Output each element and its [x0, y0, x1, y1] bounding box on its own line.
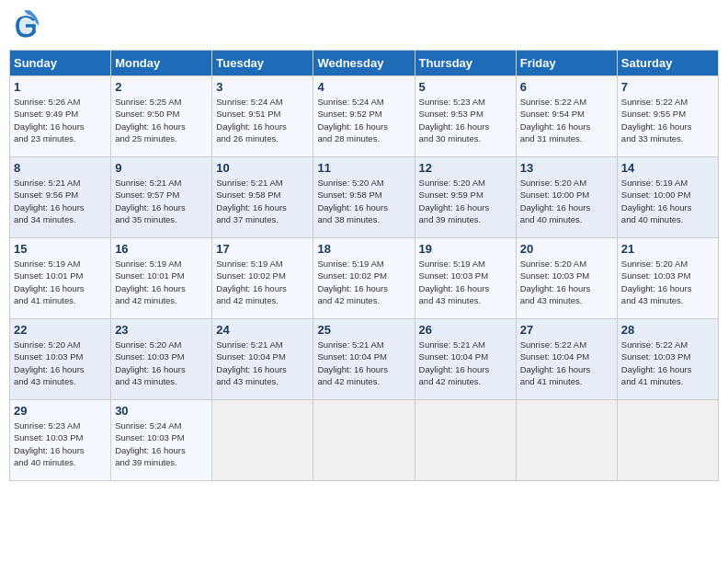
day-info: Sunrise: 5:21 AMSunset: 10:04 PMDaylight… [419, 339, 512, 387]
day-number: 18 [317, 242, 410, 256]
calendar-cell: 15Sunrise: 5:19 AMSunset: 10:01 PMDaylig… [10, 238, 111, 319]
day-number: 27 [520, 323, 613, 337]
calendar-cell: 30Sunrise: 5:24 AMSunset: 10:03 PMDaylig… [111, 400, 212, 481]
day-info: Sunrise: 5:26 AMSunset: 9:49 PMDaylight:… [14, 96, 107, 144]
day-info: Sunrise: 5:19 AMSunset: 10:02 PMDaylight… [317, 258, 410, 306]
day-number: 22 [14, 323, 107, 337]
day-number: 23 [115, 323, 208, 337]
calendar-cell: 20Sunrise: 5:20 AMSunset: 10:03 PMDaylig… [516, 238, 617, 319]
day-number: 9 [115, 161, 208, 175]
week-row-3: 15Sunrise: 5:19 AMSunset: 10:01 PMDaylig… [10, 238, 719, 319]
day-info: Sunrise: 5:19 AMSunset: 10:01 PMDaylight… [115, 258, 208, 306]
calendar-cell: 16Sunrise: 5:19 AMSunset: 10:01 PMDaylig… [111, 238, 212, 319]
day-number: 11 [317, 161, 410, 175]
calendar-cell: 26Sunrise: 5:21 AMSunset: 10:04 PMDaylig… [415, 319, 516, 400]
week-row-2: 8Sunrise: 5:21 AMSunset: 9:56 PMDaylight… [10, 157, 719, 238]
day-info: Sunrise: 5:22 AMSunset: 10:03 PMDaylight… [621, 339, 714, 387]
day-number: 24 [216, 323, 309, 337]
calendar-cell: 25Sunrise: 5:21 AMSunset: 10:04 PMDaylig… [313, 319, 415, 400]
logo-icon [9, 9, 42, 42]
day-number: 5 [419, 80, 512, 94]
day-info: Sunrise: 5:22 AMSunset: 10:04 PMDaylight… [520, 339, 613, 387]
day-number: 8 [14, 161, 107, 175]
weekday-header-friday: Friday [516, 51, 617, 76]
calendar-cell: 7Sunrise: 5:22 AMSunset: 9:55 PMDaylight… [617, 76, 718, 157]
calendar-cell: 11Sunrise: 5:20 AMSunset: 9:58 PMDayligh… [313, 157, 415, 238]
calendar-cell: 18Sunrise: 5:19 AMSunset: 10:02 PMDaylig… [313, 238, 415, 319]
week-row-1: 1Sunrise: 5:26 AMSunset: 9:49 PMDaylight… [10, 76, 719, 157]
calendar-cell: 3Sunrise: 5:24 AMSunset: 9:51 PMDaylight… [212, 76, 313, 157]
calendar-cell: 24Sunrise: 5:21 AMSunset: 10:04 PMDaylig… [212, 319, 313, 400]
calendar-cell: 23Sunrise: 5:20 AMSunset: 10:03 PMDaylig… [111, 319, 212, 400]
day-number: 15 [14, 242, 107, 256]
calendar-cell [415, 400, 516, 481]
day-info: Sunrise: 5:19 AMSunset: 10:00 PMDaylight… [621, 177, 714, 225]
day-number: 7 [621, 80, 714, 94]
day-info: Sunrise: 5:19 AMSunset: 10:01 PMDaylight… [14, 258, 107, 306]
week-row-4: 22Sunrise: 5:20 AMSunset: 10:03 PMDaylig… [10, 319, 719, 400]
calendar-table: SundayMondayTuesdayWednesdayThursdayFrid… [9, 50, 719, 481]
day-number: 30 [115, 404, 208, 418]
weekday-header-monday: Monday [111, 51, 212, 76]
calendar-cell: 14Sunrise: 5:19 AMSunset: 10:00 PMDaylig… [617, 157, 718, 238]
day-number: 21 [621, 242, 714, 256]
day-info: Sunrise: 5:19 AMSunset: 10:03 PMDaylight… [419, 258, 512, 306]
day-number: 19 [419, 242, 512, 256]
weekday-header-thursday: Thursday [415, 51, 516, 76]
header [9, 9, 719, 42]
calendar-cell: 5Sunrise: 5:23 AMSunset: 9:53 PMDaylight… [415, 76, 516, 157]
calendar-cell: 19Sunrise: 5:19 AMSunset: 10:03 PMDaylig… [415, 238, 516, 319]
calendar-cell [516, 400, 617, 481]
calendar-cell: 10Sunrise: 5:21 AMSunset: 9:58 PMDayligh… [212, 157, 313, 238]
calendar-cell: 6Sunrise: 5:22 AMSunset: 9:54 PMDaylight… [516, 76, 617, 157]
day-number: 14 [621, 161, 714, 175]
day-info: Sunrise: 5:22 AMSunset: 9:54 PMDaylight:… [520, 96, 613, 144]
day-info: Sunrise: 5:20 AMSunset: 10:03 PMDaylight… [115, 339, 208, 387]
weekday-header-row: SundayMondayTuesdayWednesdayThursdayFrid… [10, 51, 719, 76]
weekday-header-sunday: Sunday [10, 51, 111, 76]
day-info: Sunrise: 5:20 AMSunset: 9:58 PMDaylight:… [317, 177, 410, 225]
day-info: Sunrise: 5:20 AMSunset: 10:00 PMDaylight… [520, 177, 613, 225]
day-info: Sunrise: 5:21 AMSunset: 9:57 PMDaylight:… [115, 177, 208, 225]
calendar-cell: 27Sunrise: 5:22 AMSunset: 10:04 PMDaylig… [516, 319, 617, 400]
day-info: Sunrise: 5:19 AMSunset: 10:02 PMDaylight… [216, 258, 309, 306]
calendar-cell: 28Sunrise: 5:22 AMSunset: 10:03 PMDaylig… [617, 319, 718, 400]
day-info: Sunrise: 5:24 AMSunset: 9:51 PMDaylight:… [216, 96, 309, 144]
weekday-header-tuesday: Tuesday [212, 51, 313, 76]
calendar-cell: 21Sunrise: 5:20 AMSunset: 10:03 PMDaylig… [617, 238, 718, 319]
day-number: 17 [216, 242, 309, 256]
day-info: Sunrise: 5:20 AMSunset: 10:03 PMDaylight… [621, 258, 714, 306]
calendar-cell [313, 400, 415, 481]
day-number: 16 [115, 242, 208, 256]
day-number: 20 [520, 242, 613, 256]
day-info: Sunrise: 5:20 AMSunset: 9:59 PMDaylight:… [419, 177, 512, 225]
day-number: 2 [115, 80, 208, 94]
day-number: 26 [419, 323, 512, 337]
day-info: Sunrise: 5:24 AMSunset: 10:03 PMDaylight… [115, 419, 208, 468]
calendar-cell: 1Sunrise: 5:26 AMSunset: 9:49 PMDaylight… [10, 76, 111, 157]
day-info: Sunrise: 5:24 AMSunset: 9:52 PMDaylight:… [317, 96, 410, 144]
day-info: Sunrise: 5:21 AMSunset: 10:04 PMDaylight… [216, 339, 309, 387]
calendar-cell: 4Sunrise: 5:24 AMSunset: 9:52 PMDaylight… [313, 76, 415, 157]
day-info: Sunrise: 5:20 AMSunset: 10:03 PMDaylight… [520, 258, 613, 306]
day-number: 12 [419, 161, 512, 175]
day-info: Sunrise: 5:20 AMSunset: 10:03 PMDaylight… [14, 339, 107, 387]
calendar-cell: 12Sunrise: 5:20 AMSunset: 9:59 PMDayligh… [415, 157, 516, 238]
day-number: 6 [520, 80, 613, 94]
calendar-cell [617, 400, 718, 481]
calendar-cell: 29Sunrise: 5:23 AMSunset: 10:03 PMDaylig… [10, 400, 111, 481]
day-number: 28 [621, 323, 714, 337]
day-number: 10 [216, 161, 309, 175]
day-number: 4 [317, 80, 410, 94]
week-row-5: 29Sunrise: 5:23 AMSunset: 10:03 PMDaylig… [10, 400, 719, 481]
calendar-cell [212, 400, 313, 481]
day-number: 29 [14, 404, 107, 418]
day-number: 3 [216, 80, 309, 94]
calendar-cell: 8Sunrise: 5:21 AMSunset: 9:56 PMDaylight… [10, 157, 111, 238]
logo [9, 9, 46, 42]
weekday-header-wednesday: Wednesday [313, 51, 415, 76]
calendar-cell: 22Sunrise: 5:20 AMSunset: 10:03 PMDaylig… [10, 319, 111, 400]
weekday-header-saturday: Saturday [617, 51, 718, 76]
day-number: 13 [520, 161, 613, 175]
day-info: Sunrise: 5:23 AMSunset: 10:03 PMDaylight… [14, 419, 107, 468]
